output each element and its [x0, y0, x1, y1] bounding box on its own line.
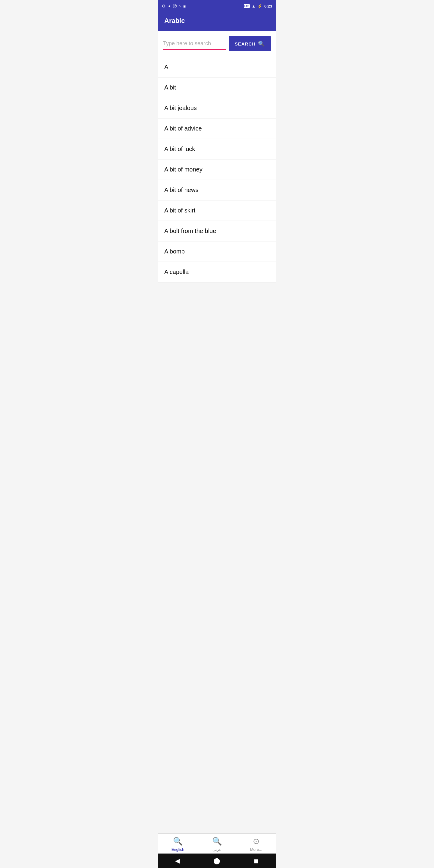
- list-item-text: A bit of advice: [164, 125, 202, 132]
- status-bar-left: ⚙ ▲ ? ○ ▣: [162, 4, 186, 8]
- wifi-icon: ▲: [167, 4, 171, 8]
- list-item-text: A bit: [164, 84, 176, 91]
- search-input[interactable]: [163, 38, 226, 50]
- settings-icon: ⚙: [162, 4, 166, 8]
- bottom-spacer: [158, 282, 276, 318]
- globe-icon: ○: [179, 4, 181, 8]
- list-item-text: A: [164, 64, 168, 70]
- search-button-label: SEARCH: [235, 41, 255, 46]
- list-item[interactable]: A bolt from the blue: [158, 221, 276, 241]
- word-list: AA bitA bit jealousA bit of adviceA bit …: [158, 57, 276, 282]
- list-item[interactable]: A: [158, 57, 276, 78]
- sim-icon: ▣: [183, 4, 186, 8]
- app-title: Arabic: [164, 17, 185, 24]
- list-item-text: A bomb: [164, 248, 185, 255]
- list-item[interactable]: A bit of luck: [158, 139, 276, 159]
- battery-icon: ⚡: [257, 4, 262, 8]
- status-bar-right: LTE ▲ ⚡ 6:23: [244, 4, 272, 8]
- status-bar: ⚙ ▲ ? ○ ▣ LTE ▲ ⚡ 6:23: [158, 0, 276, 12]
- list-item[interactable]: A bit of news: [158, 180, 276, 200]
- list-item-text: A bit of luck: [164, 146, 195, 152]
- list-item-text: A bit jealous: [164, 104, 197, 111]
- list-item[interactable]: A bit jealous: [158, 98, 276, 119]
- list-item[interactable]: A capella: [158, 262, 276, 282]
- list-item[interactable]: A bit: [158, 78, 276, 98]
- search-input-wrapper: [163, 38, 226, 50]
- list-item[interactable]: A bomb: [158, 241, 276, 262]
- list-item[interactable]: A bit of skirt: [158, 200, 276, 221]
- search-button-icon: 🔍: [258, 40, 265, 47]
- list-item[interactable]: A bit of money: [158, 159, 276, 180]
- signal-icon: ▲: [252, 4, 255, 8]
- lte-badge: LTE: [244, 4, 250, 8]
- list-item-text: A bolt from the blue: [164, 227, 216, 234]
- list-item-text: A bit of news: [164, 187, 198, 193]
- list-item-text: A bit of skirt: [164, 207, 195, 214]
- list-item-text: A capella: [164, 269, 189, 275]
- list-item-text: A bit of money: [164, 166, 203, 173]
- search-area: SEARCH 🔍: [158, 31, 276, 57]
- app-header: Arabic: [158, 12, 276, 31]
- help-icon: ?: [173, 4, 177, 8]
- list-item[interactable]: A bit of advice: [158, 119, 276, 139]
- time-display: 6:23: [264, 4, 272, 8]
- search-button[interactable]: SEARCH 🔍: [229, 36, 271, 51]
